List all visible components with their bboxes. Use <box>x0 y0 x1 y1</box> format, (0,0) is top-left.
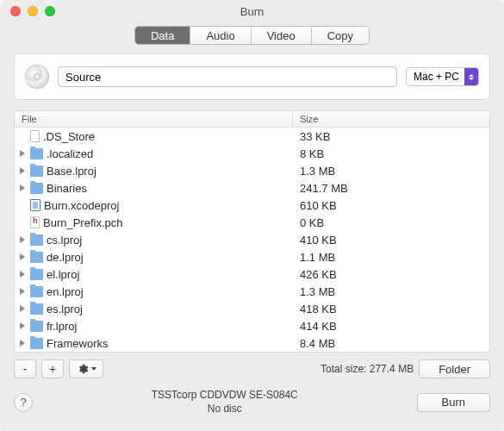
folder-icon <box>30 148 43 159</box>
chevron-down-icon <box>91 367 96 371</box>
cell-file: fr.lproj <box>15 320 293 333</box>
cell-file: Binaries <box>15 182 293 195</box>
file-name: el.lproj <box>47 268 79 281</box>
file-name: Base.lproj <box>47 165 96 178</box>
table-row[interactable]: el.lproj426 KB <box>15 265 489 283</box>
tab-video[interactable]: Video <box>252 27 312 44</box>
window-controls <box>10 6 55 16</box>
disc-name-input[interactable] <box>58 66 397 87</box>
tab-data[interactable]: Data <box>135 27 190 44</box>
device-status: No disc <box>41 403 408 416</box>
cell-file: .localized <box>15 147 293 160</box>
folder-icon <box>30 166 43 177</box>
disclosure-triangle-icon[interactable] <box>20 253 25 260</box>
cell-file: Burn.xcodeproj <box>15 199 293 212</box>
device-info: TSSTcorp CDDVDW SE-S084C No disc <box>41 389 408 415</box>
folder-icon <box>30 286 43 297</box>
disclosure-triangle-icon[interactable] <box>20 340 25 347</box>
disclosure-triangle-icon[interactable] <box>20 184 25 191</box>
file-table: File Size .DS_Store33 KB.localized8 KBBa… <box>14 110 490 353</box>
zoom-icon[interactable] <box>45 6 55 16</box>
cell-file: cs.lproj <box>15 234 293 247</box>
table-row[interactable]: Frameworks8.4 MB <box>15 334 489 352</box>
file-name: de.lproj <box>47 251 84 264</box>
file-name: .DS_Store <box>43 130 95 143</box>
table-row[interactable]: cs.lproj410 KB <box>15 231 489 248</box>
mode-segmented-control: Data Audio Video Copy <box>134 26 370 45</box>
folder-icon <box>30 269 43 280</box>
column-header-size[interactable]: Size <box>293 111 489 127</box>
table-body: .DS_Store33 KB.localized8 KBBase.lproj1.… <box>15 128 489 352</box>
source-panel: Mac + PC <box>14 53 490 100</box>
cell-size: 241.7 MB <box>293 182 489 195</box>
window-title: Burn <box>9 5 495 18</box>
cell-file: el.lproj <box>15 268 293 281</box>
cell-size: 8.4 MB <box>293 337 489 350</box>
add-button[interactable]: + <box>41 359 64 378</box>
file-name: .localized <box>47 147 93 160</box>
table-header: File Size <box>15 111 489 128</box>
table-row[interactable]: .DS_Store33 KB <box>15 128 489 145</box>
tab-audio[interactable]: Audio <box>190 27 251 44</box>
help-button[interactable]: ? <box>14 393 33 412</box>
mode-tabbar: Data Audio Video Copy <box>0 22 504 53</box>
table-row[interactable]: Burn.xcodeproj610 KB <box>15 197 489 214</box>
filesystem-select[interactable]: Mac + PC <box>406 67 479 86</box>
table-row[interactable]: Base.lproj1.3 MB <box>15 162 489 179</box>
cell-size: 33 KB <box>293 130 489 143</box>
disclosure-triangle-icon[interactable] <box>20 236 25 243</box>
file-name: Binaries <box>47 182 87 195</box>
disclosure-triangle-icon[interactable] <box>20 271 25 278</box>
table-row[interactable]: en.lproj1.3 MB <box>15 283 489 300</box>
cell-file: de.lproj <box>15 251 293 264</box>
minimize-icon[interactable] <box>28 6 38 16</box>
app-window: Burn Data Audio Video Copy Mac + PC File… <box>0 0 504 431</box>
select-stepper-icon <box>464 68 478 85</box>
tab-copy[interactable]: Copy <box>312 27 369 44</box>
cell-file: en.lproj <box>15 285 293 298</box>
xcode-icon <box>30 199 40 211</box>
cell-size: 1.1 MB <box>293 251 489 264</box>
close-icon[interactable] <box>10 6 21 16</box>
file-name: cs.lproj <box>47 234 82 247</box>
cell-file: Frameworks <box>15 337 293 350</box>
cell-file: Base.lproj <box>15 165 293 178</box>
table-row[interactable]: fr.lproj414 KB <box>15 317 489 334</box>
file-name: Burn.xcodeproj <box>44 199 119 212</box>
total-size-label: Total size: 277.4 MB <box>320 363 414 375</box>
folder-icon <box>30 303 43 315</box>
file-name: fr.lproj <box>47 320 77 333</box>
disclosure-triangle-icon[interactable] <box>20 288 25 295</box>
table-row[interactable]: es.lproj418 KB <box>15 300 489 317</box>
disclosure-triangle-icon[interactable] <box>20 167 25 174</box>
burn-row: ? TSSTcorp CDDVDW SE-S084C No disc Burn <box>14 389 490 415</box>
disc-icon <box>25 65 49 89</box>
filesystem-select-label: Mac + PC <box>414 71 459 83</box>
cell-size: 8 KB <box>293 147 489 160</box>
folder-icon <box>30 234 43 246</box>
file-name: Frameworks <box>47 337 109 350</box>
file-name: en.lproj <box>47 285 84 298</box>
table-row[interactable]: Binaries241.7 MB <box>15 179 489 197</box>
table-row[interactable]: .localized8 KB <box>15 145 489 162</box>
cell-file: es.lproj <box>15 303 293 315</box>
gear-icon <box>77 363 89 375</box>
cell-size: 410 KB <box>293 234 489 247</box>
action-menu-button[interactable] <box>69 359 103 378</box>
folder-icon <box>30 252 43 263</box>
disclosure-triangle-icon[interactable] <box>20 305 25 312</box>
cell-size: 1.3 MB <box>293 165 489 178</box>
remove-button[interactable]: - <box>14 359 36 378</box>
column-header-file[interactable]: File <box>15 111 293 127</box>
cell-file: Burn_Prefix.pch <box>15 216 293 229</box>
choose-folder-button[interactable]: Folder <box>419 359 490 378</box>
titlebar: Burn <box>0 0 504 22</box>
table-row[interactable]: de.lproj1.1 MB <box>15 248 489 265</box>
table-row[interactable]: Burn_Prefix.pch0 KB <box>15 214 489 231</box>
disclosure-triangle-icon[interactable] <box>20 322 25 329</box>
burn-button[interactable]: Burn <box>417 393 490 412</box>
file-icon <box>30 130 40 142</box>
disclosure-triangle-icon[interactable] <box>20 150 25 157</box>
source-row: Mac + PC <box>25 65 479 89</box>
cell-size: 426 KB <box>293 268 489 281</box>
